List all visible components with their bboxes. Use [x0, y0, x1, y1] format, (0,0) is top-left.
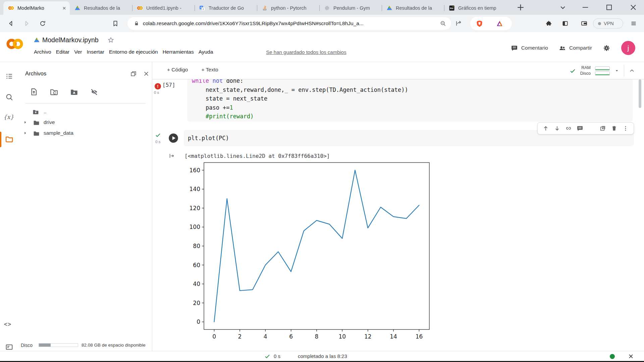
- more-actions-icon[interactable]: [622, 125, 629, 132]
- share-button[interactable]: Compartir: [559, 45, 592, 52]
- copy-link-icon[interactable]: [565, 125, 572, 132]
- share-icon[interactable]: [455, 20, 462, 27]
- browser-tab-6[interactable]: Pendulum - Gym: [319, 1, 382, 15]
- open-in-tab-icon[interactable]: [599, 125, 606, 132]
- move-cell-up-icon[interactable]: [542, 125, 549, 132]
- notebook-filename[interactable]: ModelMarkov.ipynb: [42, 36, 99, 44]
- browser-menu-icon[interactable]: [630, 20, 637, 27]
- wallet-icon[interactable]: [581, 20, 588, 27]
- triangle-extension-icon[interactable]: [496, 20, 503, 27]
- sidebar-panel-icon[interactable]: [562, 20, 569, 27]
- ram-label: RAM: [580, 65, 591, 71]
- upload-file-icon[interactable]: [30, 87, 38, 96]
- move-cell-down-icon[interactable]: [554, 125, 560, 132]
- collapse-header-icon[interactable]: [629, 67, 635, 74]
- browser-tab-5[interactable]: python - Pytorch: [257, 1, 319, 15]
- comment-button[interactable]: Comentario: [511, 45, 548, 52]
- terminal-icon[interactable]: [5, 343, 13, 351]
- scrollbar-thumb[interactable]: [639, 79, 641, 108]
- status-bar: 0 s completado a las 8:23: [0, 351, 644, 361]
- add-code-button[interactable]: + Código: [167, 67, 188, 73]
- drive-favicon-icon: [386, 5, 392, 11]
- bookmark-icon[interactable]: [112, 20, 119, 27]
- code-snippets-icon[interactable]: <>: [4, 321, 11, 328]
- extensions-puzzle-icon[interactable]: [545, 20, 552, 27]
- close-sidebar-icon[interactable]: [143, 70, 150, 77]
- minimize-button[interactable]: [581, 3, 590, 12]
- add-text-button[interactable]: + Texto: [201, 67, 218, 73]
- colab-logo-icon[interactable]: [5, 36, 24, 52]
- colab-favicon-icon: [8, 5, 14, 11]
- tab-label: Resultados de la: [396, 5, 441, 11]
- variables-icon[interactable]: {x}: [3, 114, 14, 120]
- cell-toolbar: [537, 122, 634, 134]
- forward-button[interactable]: [23, 20, 30, 27]
- vpn-status-dot: [598, 22, 601, 25]
- svg-text:10: 10: [339, 333, 346, 340]
- brave-extension-icon[interactable]: [476, 20, 483, 27]
- browser-tab-1[interactable]: ModelMarko: [3, 1, 70, 15]
- caret-right-icon[interactable]: [22, 120, 28, 125]
- chevron-down-icon[interactable]: [614, 68, 620, 73]
- url-text[interactable]: colab.research.google.com/drive/1KXo6Y7i…: [143, 20, 431, 26]
- address-bar[interactable]: colab.research.google.com/drive/1KXo6Y7i…: [127, 17, 451, 30]
- status-check-icon: [264, 353, 270, 359]
- browser-tab-3[interactable]: Untitled1.ipynb -: [132, 1, 195, 15]
- mount-drive-icon[interactable]: [70, 87, 78, 96]
- search-icon[interactable]: [5, 93, 13, 101]
- settings-gear-icon[interactable]: [603, 44, 610, 52]
- run-cell-button[interactable]: [168, 133, 178, 143]
- browser-tab-7[interactable]: Resultados de la: [382, 1, 444, 15]
- menu-item-2[interactable]: Editar: [56, 48, 70, 56]
- browser-tab-2[interactable]: Resultados de la: [70, 1, 132, 15]
- code-line: plt.plot(PC): [188, 130, 229, 146]
- back-button[interactable]: [7, 20, 15, 27]
- code-editor[interactable]: while not done: next_state,reward,done,_…: [192, 79, 408, 121]
- new-tab-button[interactable]: [516, 2, 526, 12]
- error-badge[interactable]: !: [155, 83, 161, 89]
- sidebar-title: Archivos: [25, 70, 46, 77]
- caret-right-icon[interactable]: [22, 130, 28, 136]
- tab-search-button[interactable]: [558, 3, 568, 12]
- lock-icon[interactable]: [133, 20, 140, 26]
- avatar[interactable]: j: [621, 41, 635, 55]
- divider: [25, 103, 146, 104]
- tab-label: Gráficos en tiemp: [458, 5, 504, 11]
- refresh-folder-icon[interactable]: [50, 87, 58, 96]
- open-in-window-icon[interactable]: [130, 70, 137, 77]
- delete-cell-icon[interactable]: [611, 125, 618, 132]
- tree-item-drive[interactable]: drive: [18, 117, 152, 128]
- menu-item-5[interactable]: Entorno de ejecución: [109, 48, 158, 56]
- table-of-contents-icon[interactable]: [5, 72, 13, 80]
- code-line: #print(reward): [192, 112, 408, 121]
- code-line: while not done:: [192, 79, 408, 85]
- add-comment-icon[interactable]: [577, 125, 583, 132]
- tree-item-sampledata[interactable]: sample_data: [18, 128, 152, 138]
- browser-tab-4[interactable]: GaTraductor de Go: [195, 1, 257, 15]
- svg-text:60: 60: [193, 262, 200, 268]
- star-icon[interactable]: [107, 37, 114, 44]
- gear-tab-favicon-icon: [324, 5, 330, 11]
- resources-widget[interactable]: RAM Disco: [570, 62, 635, 79]
- reload-button[interactable]: [39, 20, 46, 27]
- menu-item-7[interactable]: Ayuda: [198, 48, 214, 56]
- tab-close-icon[interactable]: [61, 5, 67, 11]
- menu-item-6[interactable]: Herramientas: [162, 48, 194, 56]
- close-window-button[interactable]: [629, 3, 638, 12]
- menu-item-3[interactable]: Ver: [74, 48, 82, 56]
- disk-usage-bar: [39, 343, 78, 347]
- files-icon[interactable]: [5, 135, 13, 143]
- save-status-link[interactable]: Se han guardado todos los cambios: [266, 49, 346, 55]
- close-status-icon[interactable]: [628, 353, 634, 359]
- toggle-hidden-files-icon[interactable]: [90, 87, 99, 96]
- zoom-out-icon[interactable]: [440, 20, 446, 27]
- vpn-button[interactable]: VPN: [593, 18, 623, 28]
- svg-text:2: 2: [238, 333, 241, 340]
- tree-item-[interactable]: ..: [18, 106, 152, 117]
- menu-item-1[interactable]: Archivo: [34, 48, 52, 56]
- cell-settings-icon[interactable]: [588, 125, 595, 132]
- code-editor[interactable]: plt.plot(PC): [188, 130, 229, 146]
- browser-tab-8[interactable]: InvGráficos en tiemp: [444, 1, 506, 15]
- menu-item-4[interactable]: Insertar: [86, 48, 105, 56]
- maximize-button[interactable]: [604, 3, 614, 12]
